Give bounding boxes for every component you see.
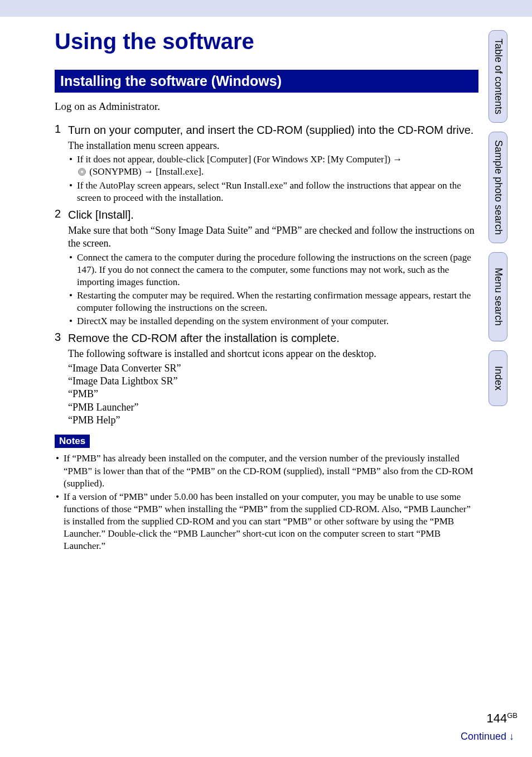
step-heading: Click [Install]. (68, 208, 478, 222)
step-description: Make sure that both “Sony Image Data Sui… (68, 224, 478, 250)
software-item: “PMB Help” (68, 414, 478, 427)
tab-sample-photo-search[interactable]: Sample photo search (489, 132, 507, 243)
top-decorative-band (0, 0, 532, 17)
software-item: “Image Data Converter SR” (68, 362, 478, 375)
section-heading: Installing the software (Windows) (55, 70, 478, 93)
main-content: Using the software Installing the softwa… (55, 22, 478, 553)
step-1: 1 Turn on your computer, and insert the … (55, 123, 478, 205)
step-number: 2 (55, 208, 68, 329)
note-item: If a version of “PMB” under 5.0.00 has b… (55, 491, 478, 552)
page-number-value: 144 (486, 711, 507, 725)
bullet-item: If it does not appear, double-click [Com… (68, 153, 478, 178)
continued-indicator: Continued ↓ (461, 731, 514, 742)
bullet-item: DirectX may be installed depending on th… (68, 315, 478, 327)
tab-menu-search[interactable]: Menu search (489, 252, 507, 341)
step-number: 1 (55, 123, 68, 205)
tab-table-of-contents[interactable]: Table of contents (489, 30, 507, 123)
disc-icon (78, 168, 86, 176)
page-number-suffix: GB (507, 711, 518, 720)
bullet-item: Restarting the computer may be required.… (68, 290, 478, 314)
step-heading: Remove the CD-ROM after the installation… (68, 331, 478, 345)
intro-text: Log on as Administrator. (55, 100, 478, 113)
page-number: 144GB (486, 711, 518, 726)
notes-list: If “PMB” has already been installed on t… (55, 452, 478, 552)
software-list: “Image Data Converter SR” “Image Data Li… (68, 362, 478, 427)
step-bullets: If it does not appear, double-click [Com… (68, 153, 478, 204)
software-item: “PMB Launcher” (68, 401, 478, 414)
step-3: 3 Remove the CD-ROM after the installati… (55, 331, 478, 427)
page-title: Using the software (55, 29, 478, 54)
step-description: The following software is installed and … (68, 348, 478, 360)
arrow-icon: → (144, 166, 153, 177)
continued-label: Continued (461, 731, 509, 742)
software-item: “PMB” (68, 388, 478, 401)
step-bullets: Connect the camera to the computer durin… (68, 252, 478, 328)
bullet-text: [Install.exe]. (153, 166, 204, 177)
step-description: The installation menu screen appears. (68, 139, 478, 152)
bullet-text: (SONYPMB) (87, 166, 144, 177)
down-arrow-icon: ↓ (509, 731, 514, 742)
step-2: 2 Click [Install]. Make sure that both “… (55, 208, 478, 329)
bullet-text: If it does not appear, double-click [Com… (77, 154, 393, 165)
bullet-item: If the AutoPlay screen appears, select “… (68, 180, 478, 204)
bullet-item: Connect the camera to the computer durin… (68, 252, 478, 288)
notes-label: Notes (55, 435, 90, 448)
tab-index[interactable]: Index (489, 350, 507, 406)
software-item: “Image Data Lightbox SR” (68, 375, 478, 388)
step-number: 3 (55, 331, 68, 427)
side-tabs: Table of contents Sample photo search Me… (489, 30, 530, 415)
step-heading: Turn on your computer, and insert the CD… (68, 123, 478, 137)
note-item: If “PMB” has already been installed on t… (55, 452, 478, 489)
arrow-icon: → (393, 154, 402, 165)
